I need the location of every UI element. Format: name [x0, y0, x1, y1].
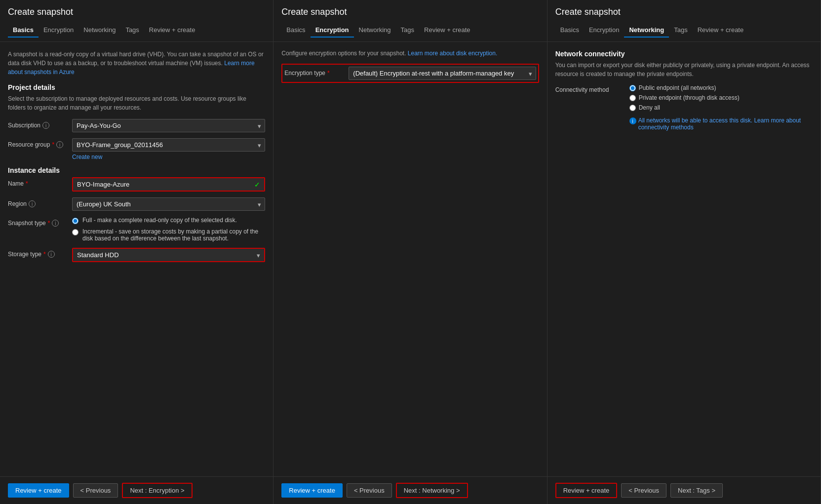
- tab-review-1[interactable]: Review + create: [144, 23, 200, 38]
- snapshot-full-radio[interactable]: [72, 218, 78, 224]
- connectivity-deny-radio[interactable]: [629, 105, 636, 111]
- connectivity-options: Public endpoint (all networks) Private e…: [629, 84, 813, 131]
- tab-tags-1[interactable]: Tags: [120, 23, 144, 38]
- panel-networking: Create snapshot Basics Encryption Networ…: [547, 0, 821, 504]
- tab-basics-3[interactable]: Basics: [555, 23, 584, 38]
- name-input[interactable]: [73, 178, 264, 191]
- subscription-label: Subscription i: [8, 119, 67, 129]
- snapshot-incremental-radio[interactable]: [72, 229, 78, 235]
- connectivity-info-box: i All networks will be able to access th…: [629, 117, 813, 131]
- panel3-content: Network connectivity You can import or e…: [547, 42, 821, 476]
- network-desc: You can import or export your disk eithe…: [555, 61, 813, 78]
- region-label: Region i: [8, 197, 67, 207]
- network-connectivity-title: Network connectivity: [555, 50, 813, 58]
- encryption-type-select[interactable]: (Default) Encryption at-rest with a plat…: [349, 67, 536, 80]
- panel2-desc: Configure encryption options for your sn…: [281, 50, 539, 57]
- panel1-next-btn[interactable]: Next : Encryption >: [122, 483, 192, 498]
- encryption-type-row: Encryption type * (Default) Encryption a…: [281, 64, 539, 83]
- panel3-review-create-btn[interactable]: Review + create: [555, 483, 618, 498]
- panel2-previous-btn[interactable]: < Previous: [347, 483, 392, 498]
- snapshot-type-info-icon[interactable]: i: [52, 220, 59, 227]
- tab-review-3[interactable]: Review + create: [693, 23, 749, 38]
- region-select[interactable]: (Europe) UK South: [72, 197, 265, 211]
- project-details-title: Project details: [8, 83, 265, 91]
- panel1-desc: A snapshot is a read-only copy of a virt…: [8, 50, 265, 77]
- panel1-tab-bar: Basics Encryption Networking Tags Review…: [8, 23, 265, 38]
- snapshot-full-option: Full - make a complete read-only copy of…: [72, 217, 265, 224]
- tab-encryption-1[interactable]: Encryption: [39, 23, 78, 38]
- info-circle-icon: i: [629, 117, 636, 124]
- snapshot-type-label: Snapshot type * i: [8, 217, 67, 227]
- instance-details-title: Instance details: [8, 166, 265, 174]
- storage-type-select[interactable]: Standard HDD: [73, 249, 264, 261]
- region-row: Region i (Europe) UK South: [8, 197, 265, 211]
- storage-type-info-icon[interactable]: i: [48, 251, 55, 258]
- connectivity-private-radio[interactable]: [629, 95, 636, 101]
- storage-type-row: Storage type * i Standard HDD: [8, 248, 265, 262]
- panel2-desc-link[interactable]: Learn more about disk encryption.: [408, 50, 497, 57]
- panel-basics: Create snapshot Basics Encryption Networ…: [0, 0, 274, 504]
- panel1-content: A snapshot is a read-only copy of a virt…: [0, 42, 273, 476]
- encryption-type-label: Encryption type *: [284, 67, 344, 77]
- panel2-review-create-btn[interactable]: Review + create: [281, 483, 343, 498]
- panel2-header: Create snapshot Basics Encryption Networ…: [274, 0, 547, 42]
- tab-networking-3[interactable]: Networking: [624, 23, 669, 38]
- tab-networking-1[interactable]: Networking: [78, 23, 120, 38]
- panel1-review-create-btn[interactable]: Review + create: [8, 483, 69, 498]
- panel1-footer: Review + create < Previous Next : Encryp…: [0, 476, 273, 504]
- create-new-link[interactable]: Create new: [72, 154, 265, 160]
- subscription-info-icon[interactable]: i: [42, 122, 49, 129]
- resource-group-label: Resource group * i: [8, 138, 67, 148]
- panel2-tab-bar: Basics Encryption Networking Tags Review…: [281, 23, 539, 38]
- panel2-content: Configure encryption options for your sn…: [274, 42, 547, 476]
- panel2-footer: Review + create < Previous Next : Networ…: [274, 476, 547, 504]
- panel2-next-btn[interactable]: Next : Networking >: [396, 483, 468, 498]
- tab-basics-2[interactable]: Basics: [281, 23, 310, 38]
- subscription-select-wrapper: Pay-As-You-Go: [72, 119, 265, 132]
- connectivity-label: Connectivity method: [555, 84, 625, 93]
- tab-encryption-3[interactable]: Encryption: [584, 23, 624, 38]
- storage-type-label: Storage type * i: [8, 248, 67, 258]
- snapshot-incremental-option: Incremental - save on storage costs by m…: [72, 228, 265, 242]
- panel1-previous-btn[interactable]: < Previous: [73, 483, 118, 498]
- panel3-title: Create snapshot: [555, 7, 813, 17]
- name-label: Name *: [8, 177, 67, 187]
- panel3-tab-bar: Basics Encryption Networking Tags Review…: [555, 23, 813, 38]
- panel1-header: Create snapshot Basics Encryption Networ…: [0, 0, 273, 42]
- name-row: Name * ✓: [8, 177, 265, 192]
- tab-tags-3[interactable]: Tags: [669, 23, 692, 38]
- subscription-select[interactable]: Pay-As-You-Go: [72, 119, 265, 132]
- panel1-title: Create snapshot: [8, 7, 265, 17]
- snapshot-type-row: Snapshot type * i Full - make a complete…: [8, 217, 265, 242]
- name-check-icon: ✓: [254, 181, 260, 189]
- snapshot-type-options: Full - make a complete read-only copy of…: [72, 217, 265, 242]
- tab-tags-2[interactable]: Tags: [396, 23, 419, 38]
- subscription-row: Subscription i Pay-As-You-Go: [8, 119, 265, 132]
- connectivity-public-option: Public endpoint (all networks): [629, 84, 813, 91]
- connectivity-deny-option: Deny all: [629, 104, 813, 111]
- panel-encryption: Create snapshot Basics Encryption Networ…: [274, 0, 547, 504]
- panel2-title: Create snapshot: [281, 7, 539, 17]
- resource-group-info-icon[interactable]: i: [56, 141, 63, 148]
- panel3-header: Create snapshot Basics Encryption Networ…: [547, 0, 821, 42]
- resource-group-select[interactable]: BYO-Frame_group_02011456: [72, 138, 265, 152]
- panel3-next-btn[interactable]: Next : Tags >: [670, 483, 723, 498]
- project-details-desc: Select the subscription to manage deploy…: [8, 94, 265, 112]
- panel3-previous-btn[interactable]: < Previous: [621, 483, 666, 498]
- region-info-icon[interactable]: i: [29, 200, 36, 207]
- tab-networking-2[interactable]: Networking: [354, 23, 396, 38]
- connectivity-public-radio[interactable]: [629, 85, 636, 91]
- connectivity-private-option: Private endpoint (through disk access): [629, 94, 813, 101]
- tab-encryption-2[interactable]: Encryption: [311, 23, 354, 38]
- connectivity-row: Connectivity method Public endpoint (all…: [555, 84, 813, 131]
- resource-group-row: Resource group * i BYO-Frame_group_02011…: [8, 138, 265, 160]
- panel3-footer: Review + create < Previous Next : Tags >: [547, 476, 821, 504]
- tab-review-2[interactable]: Review + create: [419, 23, 475, 38]
- tab-basics-1[interactable]: Basics: [8, 23, 39, 38]
